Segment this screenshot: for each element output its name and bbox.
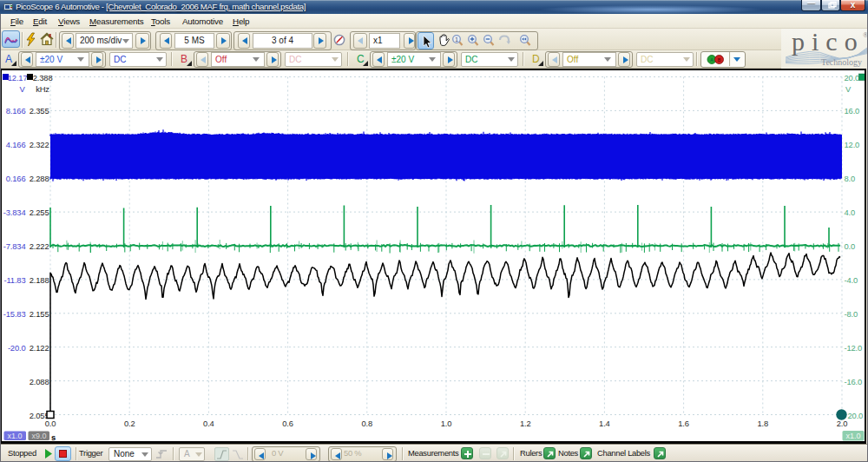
svg-text:®: ® [863,31,868,39]
svg-text:-16.0: -16.0 [845,377,863,386]
svg-text:2.222: 2.222 [30,241,49,251]
svg-text:A: A [710,57,713,63]
svg-text:8.0: 8.0 [845,174,856,183]
svg-text:0.2: 0.2 [124,419,135,428]
svg-text:-15.83: -15.83 [3,309,26,319]
svg-text:-20.0: -20.0 [8,343,26,353]
svg-text:2.288: 2.288 [30,174,49,183]
svg-text:1.4: 1.4 [599,419,610,428]
svg-text:2.255: 2.255 [30,208,49,217]
svg-text:0.8: 0.8 [362,419,373,428]
svg-text:1.6: 1.6 [678,419,689,428]
svg-text:x1.0: x1.0 [845,432,860,440]
svg-text:x1.0: x1.0 [7,432,22,440]
svg-text:V: V [845,84,852,94]
svg-text:pico: pico [792,29,865,56]
svg-text:0.166: 0.166 [6,174,26,183]
svg-text:2.155: 2.155 [30,309,49,319]
svg-text:12.0: 12.0 [845,140,860,149]
svg-text:x9.0: x9.0 [31,432,46,440]
svg-text:0.0: 0.0 [45,419,56,428]
svg-text:1.0: 1.0 [441,419,452,428]
svg-text:2.355: 2.355 [30,106,49,116]
svg-text:16.0: 16.0 [845,106,860,116]
svg-text:0.4: 0.4 [203,419,214,428]
svg-text:s: s [51,432,56,442]
svg-text:Technology: Technology [821,57,862,67]
svg-text:8.166: 8.166 [6,106,26,116]
svg-text:1.8: 1.8 [758,419,769,428]
svg-text:0.0: 0.0 [845,241,856,251]
svg-text:-7.834: -7.834 [3,241,26,251]
svg-text:-3.834: -3.834 [3,208,26,217]
svg-text:-12.0: -12.0 [845,343,863,353]
svg-text:20.0: 20.0 [848,411,864,420]
svg-text:2.322: 2.322 [30,140,49,149]
svg-text:2.122: 2.122 [30,343,49,353]
svg-text:4.0: 4.0 [845,208,856,217]
svg-text:kHz: kHz [36,84,49,94]
svg-text:12.17: 12.17 [8,73,28,82]
svg-text:0.6: 0.6 [282,419,293,428]
svg-text:2.388: 2.388 [33,73,53,82]
svg-text:1: 1 [455,36,458,43]
svg-text:1.2: 1.2 [520,419,531,428]
svg-text:20.0: 20.0 [845,73,860,82]
svg-text:4.166: 4.166 [6,140,26,149]
svg-text:V: V [19,84,25,94]
svg-text:-11.83: -11.83 [4,275,26,285]
svg-text:-8.0: -8.0 [845,309,858,319]
svg-text:2.088: 2.088 [30,377,49,386]
svg-text:2.188: 2.188 [30,275,49,285]
svg-text:-4.0: -4.0 [845,275,858,285]
